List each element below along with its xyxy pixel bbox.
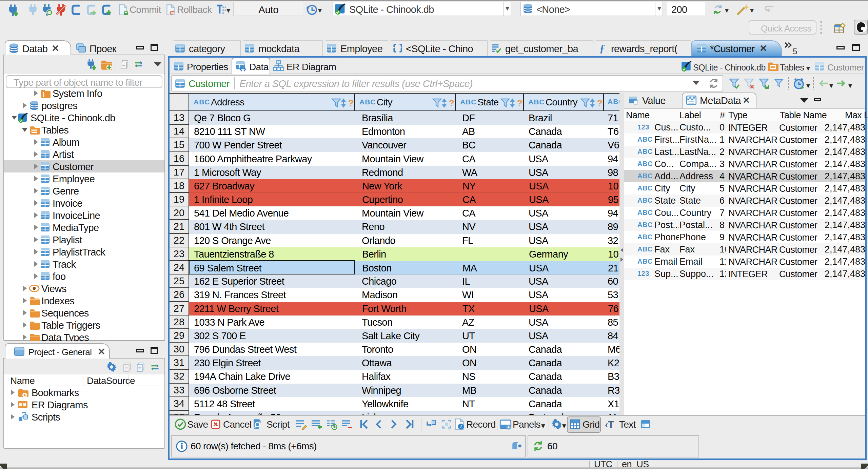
svg-text:i: i	[460, 424, 461, 429]
svg-text:?: ?	[597, 98, 603, 108]
svg-text:?: ?	[348, 98, 354, 108]
svg-text:ƒ: ƒ	[599, 42, 605, 54]
svg-text:?: ?	[517, 98, 522, 108]
svg-text:?: ?	[449, 98, 454, 108]
